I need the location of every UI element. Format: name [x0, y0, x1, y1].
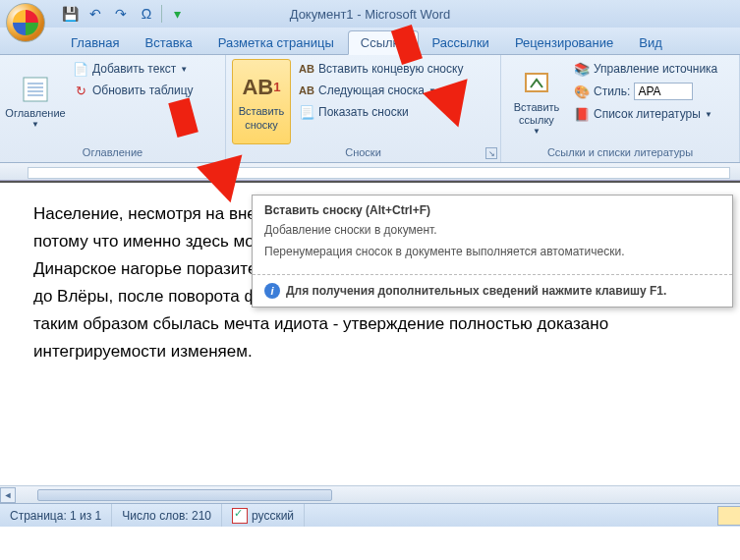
- svg-rect-0: [24, 78, 47, 101]
- tooltip-line: Добавление сноски в документ.: [264, 223, 720, 237]
- view-buttons: [717, 506, 740, 526]
- insert-endnote-button[interactable]: AB Вставить концевую сноску: [295, 59, 467, 79]
- horizontal-scrollbar[interactable]: ◄: [0, 485, 740, 503]
- next-footnote-label: Следующая сноска: [318, 84, 425, 97]
- tab-review[interactable]: Рецензирование: [503, 31, 625, 54]
- bibliography-button[interactable]: 📕 Список литературы ▼: [570, 104, 721, 124]
- redo-icon[interactable]: ↷: [110, 3, 132, 25]
- insert-endnote-label: Вставить концевую сноску: [318, 62, 463, 76]
- toc-button[interactable]: Оглавление ▼: [6, 59, 65, 144]
- tooltip-insert-footnote: Вставить сноску (Alt+Ctrl+F) Добавление …: [252, 195, 733, 308]
- group-label-footnotes: Сноски: [232, 144, 494, 160]
- tab-view[interactable]: Вид: [627, 31, 674, 54]
- separator: [161, 5, 162, 23]
- add-text-label: Добавить текст: [92, 62, 176, 76]
- update-table-button[interactable]: ↻ Обновить таблицу: [69, 81, 198, 100]
- qat-dropdown-icon[interactable]: ▾: [166, 3, 188, 25]
- citation-style: 🎨 Стиль:: [570, 81, 721, 102]
- language-label: русский: [252, 509, 294, 523]
- citation-icon: [521, 68, 552, 99]
- status-language[interactable]: русский: [222, 504, 305, 527]
- office-button[interactable]: [6, 3, 45, 42]
- show-footnotes-label: Показать сноски: [318, 105, 409, 119]
- status-page[interactable]: Страница: 1 из 1: [0, 504, 112, 527]
- manage-sources-button[interactable]: 📚 Управление источника: [570, 59, 721, 79]
- chevron-down-icon: ▼: [31, 120, 39, 130]
- symbol-icon[interactable]: Ω: [136, 3, 157, 25]
- svg-rect-5: [526, 74, 547, 91]
- window-title: Документ1 - Microsoft Word: [290, 7, 451, 22]
- sources-icon: 📚: [574, 61, 590, 77]
- group-citations: Вставить ссылку ▼ 📚 Управление источника…: [501, 55, 740, 162]
- undo-icon[interactable]: ↶: [85, 3, 106, 25]
- bibliography-icon: 📕: [574, 106, 590, 122]
- insert-citation-label: Вставить ссылку: [509, 101, 564, 127]
- tooltip-body: Добавление сноски в документ. Перенумера…: [253, 223, 732, 274]
- tooltip-line: Перенумерация сносок в документе выполня…: [264, 245, 720, 258]
- chevron-down-icon: ▼: [705, 110, 712, 119]
- scroll-left-button[interactable]: ◄: [0, 487, 16, 503]
- tooltip-footer: i Для получения дополнительных сведений …: [253, 274, 732, 307]
- style-label: Стиль:: [594, 84, 630, 98]
- tab-insert[interactable]: Вставка: [133, 31, 203, 54]
- tab-layout[interactable]: Разметка страницы: [206, 31, 346, 54]
- endnote-icon: AB: [299, 61, 314, 77]
- add-text-button[interactable]: 📄 Добавить текст ▼: [69, 59, 198, 79]
- status-word-count[interactable]: Число слов: 210: [112, 504, 222, 527]
- ribbon: Оглавление ▼ 📄 Добавить текст ▼ ↻ Обнови…: [0, 55, 740, 163]
- info-icon: i: [264, 283, 280, 299]
- scroll-thumb[interactable]: [37, 489, 332, 501]
- tooltip-title: Вставить сноску (Alt+Ctrl+F): [253, 196, 732, 223]
- refresh-icon: ↻: [73, 83, 88, 98]
- toc-label: Оглавление: [5, 107, 65, 120]
- toc-icon: [20, 74, 51, 105]
- footnotes-dialog-launcher[interactable]: ↘: [485, 147, 497, 159]
- title-bar: 💾 ↶ ↷ Ω ▾ Документ1 - Microsoft Word: [0, 0, 740, 28]
- update-table-label: Обновить таблицу: [92, 84, 194, 97]
- ribbon-tabs: Главная Вставка Разметка страницы Ссылки…: [0, 28, 740, 55]
- next-footnote-icon: AB: [299, 83, 314, 98]
- style-icon: 🎨: [574, 84, 590, 99]
- spellcheck-icon: [232, 508, 248, 524]
- add-text-icon: 📄: [73, 61, 88, 77]
- style-input[interactable]: [634, 83, 693, 100]
- insert-footnote-label: Вставить сноску: [235, 105, 288, 131]
- group-label-toc: Оглавление: [6, 144, 219, 160]
- insert-footnote-button[interactable]: AB1 Вставить сноску: [232, 59, 291, 144]
- footnote-icon: AB1: [246, 72, 277, 103]
- insert-citation-button[interactable]: Вставить ссылку ▼: [507, 59, 566, 144]
- tooltip-help-text: Для получения дополнительных сведений на…: [286, 284, 666, 298]
- show-notes-icon: 📃: [299, 104, 314, 120]
- quick-access-toolbar: 💾 ↶ ↷ Ω ▾: [59, 3, 188, 25]
- chevron-down-icon: ▼: [533, 127, 541, 137]
- group-label-citations: Ссылки и списки литературы: [507, 144, 733, 160]
- bibliography-label: Список литературы: [594, 107, 701, 121]
- view-print-layout[interactable]: [717, 506, 740, 526]
- save-icon[interactable]: 💾: [59, 3, 81, 25]
- tab-mailings[interactable]: Рассылки: [421, 31, 501, 54]
- chevron-down-icon: ▼: [180, 65, 188, 74]
- status-bar: Страница: 1 из 1 Число слов: 210 русский: [0, 503, 740, 527]
- horizontal-ruler[interactable]: [0, 163, 740, 181]
- tab-home[interactable]: Главная: [59, 31, 131, 54]
- manage-sources-label: Управление источника: [594, 62, 717, 76]
